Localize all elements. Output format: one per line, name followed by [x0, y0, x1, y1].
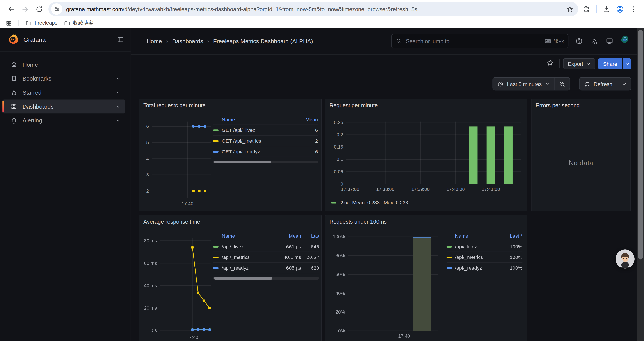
breadcrumb-home[interactable]: Home: [147, 38, 162, 44]
series-swatch: [446, 246, 452, 247]
svg-text:17:40: 17:40: [182, 201, 194, 206]
user-avatar[interactable]: [621, 35, 632, 47]
reload-icon[interactable]: [32, 2, 46, 16]
legend-inline[interactable]: 2xx Mean: 0.233 Max: 0.233: [331, 200, 408, 206]
sidebar-item-label: Dashboards: [22, 103, 54, 110]
series-mean: 661 µs: [278, 244, 301, 249]
display-monitor-icon[interactable]: [606, 38, 613, 45]
grafana-logo[interactable]: [8, 34, 19, 46]
no-data-message: No data: [532, 159, 631, 167]
legend-col-name[interactable]: Name: [446, 233, 500, 239]
legend-table: Name Mean GET /api/_livez 6 GET /api/_me…: [213, 115, 318, 163]
bookmarks-bar: Freeleaps 收藏博客: [0, 18, 644, 28]
svg-text:0 s: 0 s: [150, 328, 157, 333]
legend-row[interactable]: /api/_livez 661 µs 646: [213, 241, 319, 252]
url-text[interactable]: grafana.mathmast.com/d/deytv4rwavabkb/fr…: [66, 6, 563, 12]
favorite-star-icon[interactable]: [546, 59, 554, 67]
svg-text:17:40: 17:40: [398, 333, 410, 339]
time-range-picker[interactable]: Last 5 minutes: [493, 78, 554, 90]
bookmark-folder-freeleaps[interactable]: Freeleaps: [26, 20, 57, 26]
panel-title[interactable]: Requests under 100ms: [330, 219, 387, 225]
legend-col-name[interactable]: Name: [213, 117, 295, 122]
svg-text:17:41:00: 17:41:00: [482, 187, 500, 192]
dashboard-toolbar: Export Share: [131, 55, 644, 73]
sidebar-item-home[interactable]: Home: [2, 58, 125, 72]
site-settings-icon[interactable]: [51, 3, 62, 15]
series-swatch: [213, 151, 218, 152]
svg-text:2: 2: [146, 188, 149, 194]
legend-row[interactable]: /api/_readyz 100%: [446, 263, 522, 273]
extensions-icon[interactable]: [582, 5, 590, 13]
legend-scrollbar-thumb[interactable]: [214, 277, 272, 279]
series-swatch: [213, 256, 218, 258]
bookmark-star-icon[interactable]: [566, 6, 574, 13]
legend-row[interactable]: GET /api/_livez 6: [213, 125, 318, 136]
refresh-icon: [584, 81, 590, 87]
legend-row[interactable]: /api/_readyz 605 µs 620: [213, 263, 319, 273]
news-rss-icon[interactable]: [590, 38, 598, 45]
forward-icon[interactable]: [18, 2, 32, 16]
chevron-down-icon[interactable]: [116, 118, 120, 123]
legend-row[interactable]: GET /api/_readyz 6: [213, 146, 318, 157]
zoom-out-time-button[interactable]: [554, 78, 570, 90]
legend-row[interactable]: /api/_metrics 100%: [446, 252, 522, 263]
address-bar[interactable]: grafana.mathmast.com/d/deytv4rwavabkb/fr…: [48, 2, 578, 16]
page-scrollbar[interactable]: [636, 28, 644, 341]
floating-assistant-avatar[interactable]: [616, 249, 634, 268]
share-button[interactable]: Share: [598, 58, 622, 69]
series-mean: 2: [295, 138, 318, 144]
breadcrumb-dashboards[interactable]: Dashboards: [172, 38, 203, 44]
help-icon[interactable]: [576, 38, 583, 45]
legend-scrollbar[interactable]: [213, 277, 319, 279]
svg-text:20%: 20%: [336, 309, 345, 315]
scrollbar-thumb[interactable]: [638, 30, 643, 260]
back-icon[interactable]: [4, 2, 18, 16]
series-last: 620: [301, 265, 319, 271]
svg-text:5: 5: [146, 140, 149, 145]
chart-request-per-minute[interactable]: 0.250.20.150.10.05017:37:0017:38:0017:39…: [325, 99, 527, 211]
export-button[interactable]: Export: [563, 58, 595, 69]
panel-title[interactable]: Errors per second: [536, 103, 580, 109]
dock-menu-icon[interactable]: [117, 36, 124, 43]
panel-request-per-minute: Request per minute 0.250.20.150.10.05017…: [325, 99, 528, 211]
legend-col-mean[interactable]: Mean: [295, 117, 318, 122]
panel-title[interactable]: Average response time: [143, 219, 200, 225]
legend-scrollbar[interactable]: [213, 161, 318, 163]
legend-col-name[interactable]: Name: [213, 233, 278, 239]
chevron-down-icon[interactable]: [116, 104, 120, 109]
legend-row[interactable]: /api/_livez 100%: [446, 241, 522, 252]
toolbar-divider: [596, 5, 597, 13]
search-input[interactable]: [405, 38, 544, 45]
chevron-down-icon[interactable]: [116, 76, 120, 81]
profile-icon[interactable]: [616, 5, 624, 13]
share-menu-button[interactable]: [623, 58, 631, 69]
bookmark-folder-label: Freeleaps: [34, 20, 57, 26]
downloads-icon[interactable]: [602, 5, 610, 13]
legend-col-last[interactable]: Las: [301, 233, 319, 239]
svg-text:40 ms: 40 ms: [144, 283, 157, 288]
sidebar-item-starred[interactable]: Starred: [2, 86, 125, 100]
search-box[interactable]: ⌘+k: [392, 34, 568, 49]
bookmark-folder-blogs[interactable]: 收藏博客: [64, 20, 94, 27]
sidebar-item-alerting[interactable]: Alerting: [2, 113, 125, 128]
chevron-down-icon[interactable]: [116, 90, 120, 95]
legend-row[interactable]: /api/_metrics 40.1 ms 20.5 r: [213, 252, 319, 263]
series-mean: 6: [295, 149, 318, 154]
legend-col-last[interactable]: Last *: [499, 233, 522, 239]
series-name: /api/_readyz: [222, 265, 278, 271]
browser-menu-icon[interactable]: [630, 5, 638, 13]
chevron-down-icon: [625, 62, 630, 66]
panel-title[interactable]: Request per minute: [330, 103, 378, 109]
legend-header: Name Mean Las: [213, 231, 319, 241]
legend-row[interactable]: GET /api/_metrics 2: [213, 136, 318, 146]
sidebar-header: Grafana: [0, 28, 131, 52]
refresh-button[interactable]: Refresh: [580, 78, 617, 90]
panel-title[interactable]: Total requests per minute: [143, 103, 206, 109]
sidebar-item-bookmarks[interactable]: Bookmarks: [2, 72, 125, 86]
apps-grid-icon[interactable]: [6, 20, 12, 26]
refresh-interval-button[interactable]: [617, 78, 631, 90]
legend-col-mean[interactable]: Mean: [278, 233, 301, 239]
legend-scrollbar-thumb[interactable]: [214, 161, 272, 163]
series-last: 100%: [499, 244, 522, 249]
sidebar-item-dashboards[interactable]: Dashboards: [2, 99, 125, 113]
